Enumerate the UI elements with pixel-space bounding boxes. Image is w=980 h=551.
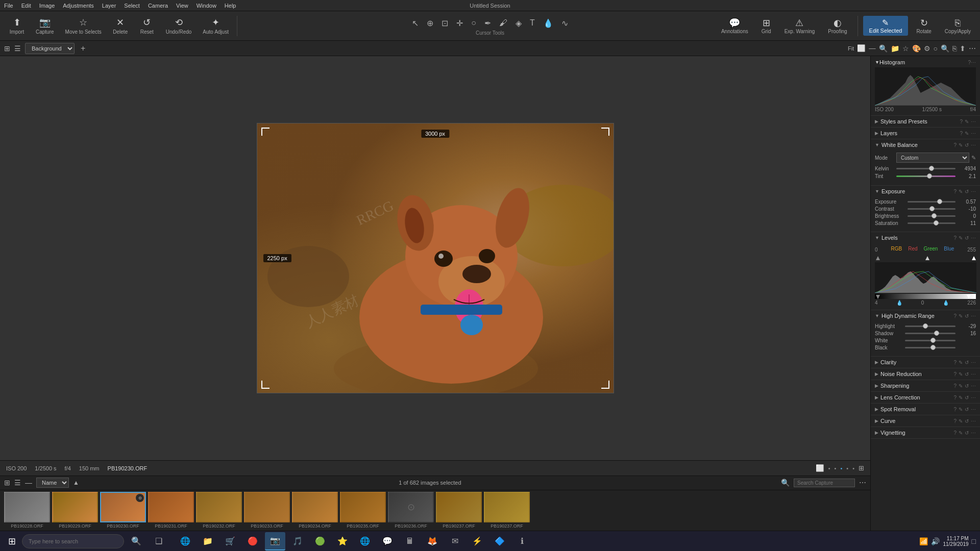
exp-reset-icon[interactable]: ↺ xyxy=(965,189,969,194)
circle-icon[interactable]: ○ xyxy=(934,44,938,53)
nr-help-icon[interactable]: ? xyxy=(953,371,957,377)
sharp-edit-icon[interactable]: ✎ xyxy=(959,383,963,389)
layers-more-icon[interactable]: ⋯ xyxy=(971,131,976,136)
levels-input-mid-handle[interactable] xyxy=(925,256,929,260)
menu-item-help[interactable]: Help xyxy=(225,3,236,9)
noise-reduction-header[interactable]: ▶ Noise Reduction ? ✎ ↺ ⋯ xyxy=(871,368,980,380)
styles-edit-icon[interactable]: ✎ xyxy=(965,119,969,124)
cursor-heal-tool[interactable]: ◈ xyxy=(512,16,525,30)
curve-header[interactable]: ▶ Curve ? ✎ ↺ ⋯ xyxy=(871,415,980,427)
fit-icon-1[interactable]: ⬜ xyxy=(857,44,866,52)
vig-more-icon[interactable]: ⋯ xyxy=(971,430,976,436)
layers-help-icon[interactable]: ? xyxy=(960,131,963,136)
edit-selected-button[interactable]: ✎ Edit Selected xyxy=(863,16,909,36)
menu-item-window[interactable]: Window xyxy=(197,3,216,9)
taskbar-green-app[interactable]: 🟢 xyxy=(310,532,330,550)
white-balance-header[interactable]: ▼ White Balance ? ✎ ↺ ⋯ xyxy=(871,139,980,151)
filmstrip-view-list[interactable]: ☰ xyxy=(14,479,21,487)
star-icon[interactable]: ☆ xyxy=(902,44,909,53)
taskbar-task-view[interactable]: ❑ xyxy=(149,532,169,550)
fit-button[interactable]: Fit xyxy=(848,45,854,52)
vig-help-icon[interactable]: ? xyxy=(953,430,957,436)
view-mode-grid[interactable]: ⊞ xyxy=(4,44,10,53)
menu-item-edit[interactable]: Edit xyxy=(21,3,31,9)
taskbar-browser2[interactable]: 🦊 xyxy=(422,532,443,550)
sharp-help-icon[interactable]: ? xyxy=(953,383,957,389)
wb-edit-icon[interactable]: ✎ xyxy=(959,142,963,148)
levels-more-icon[interactable]: ⋯ xyxy=(971,235,976,241)
nr-reset-icon[interactable]: ↺ xyxy=(965,371,969,377)
cursor-pen-tool[interactable]: ✒ xyxy=(481,16,494,30)
taskbar-search-input[interactable] xyxy=(22,534,124,548)
sr-help-icon[interactable]: ? xyxy=(953,407,957,412)
exp-warning-button[interactable]: ⚠ Exp. Warning xyxy=(779,15,820,36)
taskbar-opera[interactable]: 🔴 xyxy=(242,532,263,550)
exp-more-icon[interactable]: ⋯ xyxy=(971,189,976,194)
undo-redo-button[interactable]: ⟲ Undo/Redo xyxy=(161,15,197,37)
lc-reset-icon[interactable]: ↺ xyxy=(965,395,969,400)
export-icon[interactable]: ⬆ xyxy=(960,44,966,53)
shadow-slider[interactable] xyxy=(905,333,955,334)
settings-icon[interactable]: ⚙ xyxy=(924,44,930,53)
cursor-crop-tool[interactable]: ⊡ xyxy=(438,16,451,30)
hdr-edit-icon[interactable]: ✎ xyxy=(959,313,963,319)
thumb-2[interactable]: ⚙ PB190230.ORF xyxy=(100,492,146,529)
vig-edit-icon[interactable]: ✎ xyxy=(959,430,963,436)
rotate-button[interactable]: ↻ Rotate xyxy=(911,15,936,36)
thumb-4[interactable]: PB190232.ORF xyxy=(196,492,242,529)
nr-more-icon[interactable]: ⋯ xyxy=(971,371,976,377)
hdr-help-icon[interactable]: ? xyxy=(953,313,957,319)
hdr-more-icon[interactable]: ⋯ xyxy=(971,313,976,319)
lens-correction-header[interactable]: ▶ Lens Correction ? ✎ ↺ ⋯ xyxy=(871,392,980,403)
add-layer-button[interactable]: + xyxy=(79,44,87,53)
menu-item-camera[interactable]: Camera xyxy=(148,3,168,9)
levels-reset-icon[interactable]: ↺ xyxy=(965,235,969,241)
taskbar-mail[interactable]: ✉ xyxy=(445,532,465,550)
sr-edit-icon[interactable]: ✎ xyxy=(959,407,963,412)
levels-tab-green[interactable]: Green xyxy=(922,245,940,252)
exposure-header[interactable]: ▼ Exposure ? ✎ ↺ ⋯ xyxy=(871,186,980,197)
sharpening-header[interactable]: ▶ Sharpening ? ✎ ↺ ⋯ xyxy=(871,380,980,391)
black-slider[interactable] xyxy=(905,347,955,348)
status-grid-btn[interactable]: ⊞ xyxy=(859,464,864,472)
saturation-slider[interactable] xyxy=(908,222,955,224)
lc-edit-icon[interactable]: ✎ xyxy=(959,395,963,400)
levels-edit-icon[interactable]: ✎ xyxy=(959,235,963,241)
taskbar-capture-one[interactable]: 📷 xyxy=(265,532,285,550)
wb-reset-icon[interactable]: ↺ xyxy=(965,142,969,148)
thumb-5[interactable]: PB190233.ORF xyxy=(244,492,290,529)
filmstrip-search-input[interactable] xyxy=(794,479,855,487)
thumb-7[interactable]: PB190235.ORF xyxy=(340,492,386,529)
histogram-more[interactable]: ⋯ xyxy=(971,60,976,65)
levels-header[interactable]: ▼ Levels ? ✎ ↺ ⋯ xyxy=(871,232,980,243)
levels-tab-blue[interactable]: Blue xyxy=(942,245,956,252)
levels-input-white-handle[interactable] xyxy=(972,256,976,260)
levels-output-white-handle[interactable] xyxy=(967,295,971,299)
styles-presets-header[interactable]: ▶ Styles and Presets ? ✎ ⋯ xyxy=(871,116,980,127)
taskbar-calc[interactable]: 🖩 xyxy=(400,532,420,550)
status-fit-btn[interactable]: ⬜ xyxy=(816,464,824,472)
canvas-area[interactable]: RRCG 人人素材 3000 px 2250 px xyxy=(0,56,870,460)
cursor-move-tool[interactable]: ✛ xyxy=(453,16,466,30)
taskbar-cortana[interactable]: 🔍 xyxy=(126,532,146,550)
white-slider[interactable] xyxy=(905,340,955,341)
wb-mode-edit-btn[interactable]: ✎ xyxy=(971,155,976,161)
import-button[interactable]: ⬆ Import xyxy=(4,15,30,37)
taskbar-explorer[interactable]: 📁 xyxy=(198,532,218,550)
thumb-9[interactable]: PB190237.ORF xyxy=(436,492,482,529)
clarity-help-icon[interactable]: ? xyxy=(953,360,957,365)
levels-eyedrop-black[interactable]: 💧 xyxy=(896,300,902,306)
curve-edit-icon[interactable]: ✎ xyxy=(959,418,963,424)
filmstrip-more-btn[interactable]: ⋯ xyxy=(859,479,866,487)
sharp-reset-icon[interactable]: ↺ xyxy=(965,383,969,389)
clarity-reset-icon[interactable]: ↺ xyxy=(965,360,969,365)
reset-button[interactable]: ↺ Reset xyxy=(134,15,160,37)
lc-more-icon[interactable]: ⋯ xyxy=(971,395,976,400)
histogram-collapse[interactable]: ▼ xyxy=(875,60,879,65)
levels-output-black-handle[interactable] xyxy=(876,295,880,299)
menu-item-view[interactable]: View xyxy=(176,3,188,9)
filmstrip-search-icon[interactable]: 🔍 xyxy=(781,479,790,487)
cursor-rotate-tool[interactable]: ○ xyxy=(468,16,479,30)
thumb-8[interactable]: ⊙ PB190236.ORF xyxy=(388,492,434,529)
taskbar-ps[interactable]: ⚡ xyxy=(467,532,487,550)
